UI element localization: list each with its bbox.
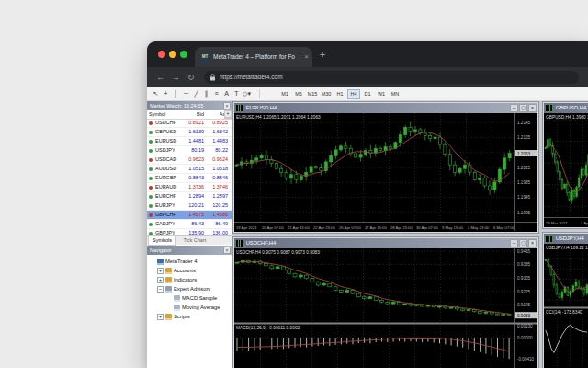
expand-icon[interactable]: + bbox=[157, 277, 164, 283]
shapes-tool[interactable]: ◇▾ bbox=[242, 88, 252, 99]
arrow-tool[interactable]: T bbox=[232, 88, 242, 99]
symbol-name: AUDUSD bbox=[155, 165, 176, 173]
market-watch-row[interactable]: GBPCHF1.45751.4585 bbox=[147, 211, 232, 220]
timeframe-h1-button[interactable]: H1 bbox=[334, 89, 346, 99]
chart-area-usdchf[interactable]: 0.94650.93850.93050.92250.91450.90830.00… bbox=[234, 248, 537, 368]
tree-item-indicators[interactable]: +Indicators bbox=[147, 275, 232, 284]
minimize-chart-button[interactable]: ─ bbox=[510, 239, 518, 247]
collapse-icon[interactable]: − bbox=[157, 286, 164, 293]
timeframe-m15-button[interactable]: M15 bbox=[306, 89, 319, 99]
market-watch-row[interactable]: EURUSD1.44811.4483 bbox=[147, 137, 232, 146]
tree-item-expert-advisors[interactable]: −Expert Advisors bbox=[147, 284, 232, 293]
market-watch-row[interactable]: CADJPY86.4386.49 bbox=[147, 220, 232, 229]
market-watch-row[interactable]: GBPUSD1.63391.6342 bbox=[147, 128, 232, 137]
fibonacci-tool[interactable]: ≡ bbox=[211, 88, 221, 99]
tree-item-metatrader-4[interactable]: MetaTrader 4 bbox=[147, 257, 232, 266]
timeframe-h4-button[interactable]: H4 bbox=[347, 89, 360, 99]
chart-window-titlebar[interactable]: USDCHF,H4 ─▢× bbox=[234, 238, 537, 248]
tree-item-accounts[interactable]: +Accounts bbox=[147, 266, 232, 275]
browser-tab[interactable]: MT MetaTrader 4 – Platform for Fo × bbox=[195, 47, 312, 67]
url-input[interactable]: https://metatrader4.com bbox=[204, 71, 579, 84]
chart-window-usdjpy: USDJPY,H4 110.50110.00109.50109.00108.50… bbox=[542, 232, 588, 368]
metatrader-icon bbox=[157, 259, 164, 265]
svg-text:1.2145: 1.2145 bbox=[517, 121, 530, 125]
tree-item-label: Indicators bbox=[174, 275, 197, 284]
column-header-bid[interactable]: Bid bbox=[184, 110, 204, 119]
maximize-window-button[interactable] bbox=[180, 51, 187, 58]
market-watch-row[interactable]: USDCHF0.89210.8925 bbox=[147, 119, 232, 128]
chart-area-eurusd[interactable]: 1.21451.21051.20651.20251.19851.19451.19… bbox=[234, 113, 537, 232]
forward-icon[interactable]: → bbox=[172, 67, 180, 87]
panel-tab-symbols[interactable]: Symbols bbox=[148, 236, 176, 246]
svg-text:4 May 23:00: 4 May 23:00 bbox=[468, 225, 490, 230]
chart-area-gbpusd[interactable]: 1.40501.39501.38501.37501.365029 Mar 202… bbox=[544, 113, 588, 227]
chart-window-titlebar[interactable]: USDJPY,H4 bbox=[544, 234, 588, 244]
scroll-down-button[interactable]: ▼ bbox=[224, 110, 232, 118]
mt4-app: ↖+│─╱∥≡AT◇▾M1M5M15M30H1H4D1W1MN Market W… bbox=[147, 87, 588, 368]
minimize-chart-button[interactable]: ─ bbox=[510, 104, 518, 112]
vertical-line-tool[interactable]: │ bbox=[171, 88, 181, 99]
tick-direction-icon bbox=[149, 213, 153, 217]
text-tool[interactable]: A bbox=[221, 88, 232, 99]
ask-value: 120.25 bbox=[204, 201, 228, 210]
chart-window-titlebar[interactable]: GBPUSD,H4 bbox=[544, 103, 588, 113]
market-watch-row[interactable]: EURAUD1.37361.3746 bbox=[147, 183, 232, 192]
crosshair-tool[interactable]: + bbox=[161, 88, 171, 99]
svg-text:27 Apr 15:00: 27 Apr 15:00 bbox=[365, 225, 387, 230]
market-watch-row[interactable]: USDJPY80.1980.22 bbox=[147, 146, 232, 155]
close-window-button[interactable] bbox=[158, 51, 165, 58]
restore-chart-button[interactable]: ▢ bbox=[519, 239, 527, 247]
left-panel: Market Watch: 16:24:55 × SymbolBidAsk▲ U… bbox=[147, 101, 232, 368]
reload-icon[interactable]: ↻ bbox=[187, 67, 195, 87]
channel-tool[interactable]: ∥ bbox=[201, 88, 211, 99]
market-watch-row[interactable]: EURCHF1.28941.2897 bbox=[147, 192, 232, 201]
timeframe-m5-button[interactable]: M5 bbox=[292, 89, 305, 99]
timeframe-w1-button[interactable]: W1 bbox=[375, 89, 388, 99]
trendline-tool[interactable]: ╱ bbox=[191, 88, 201, 99]
column-header-symbol[interactable]: Symbol bbox=[149, 110, 169, 119]
market-watch-row[interactable]: AUDUSD1.05151.0518 bbox=[147, 165, 232, 174]
symbol-name: CADJPY bbox=[155, 220, 175, 228]
market-watch-close-icon[interactable]: × bbox=[223, 102, 231, 109]
cursor-tool[interactable]: ↖ bbox=[151, 88, 161, 99]
close-chart-button[interactable]: × bbox=[528, 104, 537, 112]
chart-window-titlebar[interactable]: EURUSD,H4 ─▢× bbox=[234, 103, 537, 113]
panel-tab-tick-chart[interactable]: Tick Chart bbox=[179, 236, 209, 245]
timeframe-m1-button[interactable]: M1 bbox=[278, 89, 291, 99]
tick-direction-icon bbox=[149, 223, 153, 226]
chart-area-usdjpy[interactable]: 110.50110.00109.50109.00108.50CCI(14) -1… bbox=[544, 244, 588, 368]
timeframe-mn-button[interactable]: MN bbox=[389, 89, 401, 99]
tree-item-macd-sample[interactable]: MACD Sample bbox=[147, 293, 232, 303]
chart-icon bbox=[236, 240, 243, 247]
timeframe-d1-button[interactable]: D1 bbox=[361, 89, 374, 99]
close-chart-button[interactable]: × bbox=[528, 239, 537, 247]
navigator-title: Navigator bbox=[150, 247, 172, 253]
expand-icon[interactable]: + bbox=[157, 268, 164, 274]
lock-icon bbox=[209, 74, 216, 81]
tree-item-scripts[interactable]: +Scripts bbox=[147, 312, 232, 321]
minimize-window-button[interactable] bbox=[169, 51, 176, 58]
symbol-name: EURAUD bbox=[155, 183, 176, 191]
tree-item-moving-average[interactable]: Moving Average bbox=[147, 303, 232, 312]
new-tab-button[interactable]: + bbox=[320, 48, 325, 61]
tab-title: MetaTrader 4 – Platform for Fo bbox=[213, 47, 300, 67]
market-watch-row[interactable]: EURJPY120.21120.25 bbox=[147, 201, 232, 211]
market-watch-row[interactable]: EURGBP0.88430.8846 bbox=[147, 174, 232, 183]
svg-text:20 Apr 07:00: 20 Apr 07:00 bbox=[262, 225, 284, 230]
market-watch-row[interactable]: USDCAD0.96230.9624 bbox=[147, 155, 232, 165]
url-text: https://metatrader4.com bbox=[220, 71, 283, 84]
market-watch-header[interactable]: Market Watch: 16:24:55 × bbox=[147, 101, 232, 110]
svg-text:0.9305: 0.9305 bbox=[517, 276, 530, 281]
svg-text:GBPUSD,H4 1.3980 1.3: GBPUSD,H4 1.3980 1.3 bbox=[546, 115, 588, 120]
navigator-header[interactable]: Navigator × bbox=[147, 246, 232, 255]
back-icon[interactable]: ← bbox=[156, 67, 164, 87]
tick-direction-icon bbox=[149, 167, 153, 171]
navigator-close-icon[interactable]: × bbox=[223, 247, 231, 254]
svg-text:0.9465: 0.9465 bbox=[517, 249, 530, 254]
close-tab-icon[interactable]: × bbox=[304, 47, 309, 67]
expand-icon[interactable]: + bbox=[157, 314, 164, 320]
timeframe-m30-button[interactable]: M30 bbox=[320, 89, 333, 99]
restore-chart-button[interactable]: ▢ bbox=[519, 104, 527, 112]
horizontal-line-tool[interactable]: ─ bbox=[181, 88, 191, 99]
symbol-name: EURCHF bbox=[155, 192, 176, 201]
